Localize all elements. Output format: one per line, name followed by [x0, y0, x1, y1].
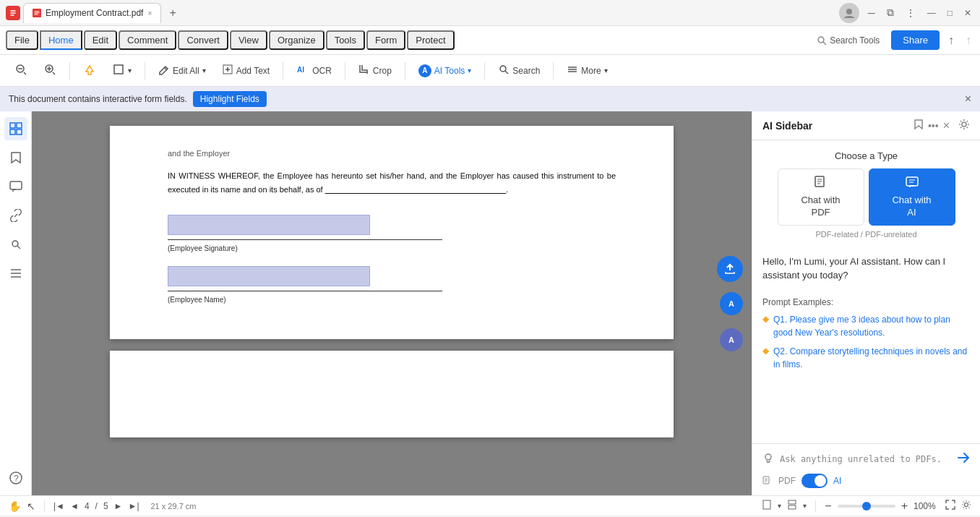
menu-form[interactable]: Form — [366, 30, 405, 50]
single-page-view-button[interactable] — [762, 500, 772, 512]
continuous-view-button[interactable] — [787, 500, 797, 512]
svg-rect-12 — [114, 65, 123, 74]
more-dropdown-icon: ▾ — [604, 67, 608, 74]
hand-tool-button[interactable]: ✋ — [9, 500, 21, 512]
fullscreen-button[interactable] — [945, 500, 955, 512]
window-minimize-button[interactable]: ─ — [865, 6, 878, 20]
menu-view[interactable]: View — [230, 30, 267, 50]
menu-comment[interactable]: Comment — [119, 30, 176, 50]
pdf-content: and the Employer IN WITNESS WHEREOF, the… — [168, 148, 616, 306]
next-page-button[interactable]: ► — [114, 501, 123, 511]
prev-page-button[interactable]: ◄ — [70, 501, 79, 511]
highlight-button[interactable] — [77, 59, 102, 82]
ai-toggle-switch[interactable] — [801, 474, 828, 488]
pdf-footer-label: PDF — [778, 476, 796, 486]
active-tab[interactable]: Employment Contract.pdf × — [23, 3, 161, 23]
sidebar-bookmark-button[interactable] — [4, 146, 27, 169]
menu-convert[interactable]: Convert — [178, 30, 228, 50]
menu-file[interactable]: File — [6, 30, 38, 50]
sidebar-link-button[interactable] — [4, 204, 27, 227]
tab-close-button[interactable]: × — [147, 9, 152, 17]
search-button[interactable]: Search — [492, 60, 546, 81]
sidebar-thumbnail-button[interactable] — [4, 117, 27, 140]
window-restore-button[interactable]: ⧉ — [884, 5, 897, 20]
menu-edit[interactable]: Edit — [84, 30, 117, 50]
ai-sidebar-more-button[interactable]: ••• — [928, 120, 939, 132]
ai-float-button[interactable]: A — [720, 292, 743, 315]
svg-point-28 — [12, 241, 18, 247]
menu-home[interactable]: Home — [40, 30, 82, 50]
svg-rect-24 — [17, 123, 22, 128]
sidebar-comment-button[interactable] — [4, 175, 27, 198]
nav-back-button[interactable]: ↑ — [945, 31, 957, 50]
settings-status-button[interactable] — [961, 500, 971, 512]
chrome-tab-bar: Employment Contract.pdf × + ─ ⧉ ⋮ — □ ✕ — [0, 0, 980, 26]
page-separator-label: / — [95, 501, 98, 511]
ai-tools-icon: A — [418, 64, 431, 77]
employee-signature-field: (Employee Signature) — [168, 215, 616, 255]
zoom-slider-thumb — [862, 502, 871, 510]
page-dimensions: 21 x 29.7 cm — [151, 502, 197, 510]
prompt-text-1[interactable]: Q1. Please give me 3 ideas about how to … — [773, 313, 970, 339]
menu-organize[interactable]: Organize — [269, 30, 324, 50]
chat-with-pdf-button[interactable]: Chat withPDF — [778, 168, 864, 226]
search-tools-button[interactable]: Search Tools — [811, 33, 885, 48]
svg-text:AI: AI — [297, 66, 304, 74]
ocr-button[interactable]: AI OCR — [291, 59, 338, 82]
svg-rect-49 — [763, 500, 770, 509]
window-maximize-os-button[interactable]: □ — [945, 7, 955, 20]
last-page-button[interactable]: ►| — [129, 501, 139, 511]
zoom-in-status-button[interactable]: + — [901, 500, 908, 513]
more-button[interactable]: More ▾ — [561, 60, 613, 81]
chat-with-ai-button[interactable]: Chat withAI — [869, 168, 955, 226]
ai-badge-button[interactable]: A — [720, 328, 743, 351]
nav-forward-button[interactable]: ↑ — [963, 31, 974, 50]
sidebar-help-button[interactable]: ? — [4, 466, 27, 490]
zoom-out-status-button[interactable]: − — [825, 500, 831, 513]
upload-fab[interactable] — [717, 256, 743, 282]
sidebar-layers-button[interactable] — [4, 262, 27, 285]
notification-text: This document contains interactive form … — [9, 94, 187, 104]
crop-button[interactable]: Crop — [353, 60, 397, 81]
highlight-fields-button[interactable]: Highlight Fields — [193, 91, 267, 107]
prompt-text-2[interactable]: Q2. Compare storytelling techniques in n… — [773, 345, 970, 371]
svg-text:?: ? — [14, 474, 19, 484]
window-more-button[interactable]: ⋮ — [903, 6, 919, 20]
menu-protect[interactable]: Protect — [407, 30, 454, 50]
zoom-in-button[interactable] — [38, 59, 62, 82]
ai-text-input[interactable]: Ask anything unrelated to PDFs. Press '#… — [780, 453, 951, 466]
sidebar-search-button[interactable] — [4, 233, 27, 256]
zoom-slider[interactable] — [838, 505, 895, 508]
notification-close-button[interactable]: × — [965, 93, 971, 106]
total-pages: 5 — [103, 501, 108, 511]
ai-type-subtitle: PDF-related / PDF-unrelated — [762, 230, 970, 239]
new-tab-button[interactable]: + — [164, 4, 181, 22]
prompt-example-2: ◆ Q2. Compare storytelling techniques in… — [762, 345, 970, 371]
toolbar-separator-4 — [345, 62, 345, 80]
employee-name-input[interactable] — [168, 266, 370, 286]
edit-all-button[interactable]: Edit All ▾ — [152, 60, 212, 81]
menu-tools[interactable]: Tools — [326, 30, 365, 50]
first-page-button[interactable]: |◄ — [53, 501, 64, 511]
window-close-os-button[interactable]: ✕ — [961, 7, 974, 20]
zoom-out-button[interactable] — [9, 59, 33, 82]
ai-sidebar-close-button[interactable]: × — [943, 119, 950, 132]
ai-sidebar-settings-button[interactable] — [958, 119, 970, 132]
window-minimize-os-button[interactable]: — — [924, 7, 939, 20]
view-mode-dropdown-button[interactable]: ▾ — [803, 502, 807, 510]
send-button[interactable] — [957, 451, 970, 468]
share-button[interactable]: Share — [891, 30, 940, 50]
left-sidebar: ? — [0, 111, 32, 495]
add-text-button[interactable]: Add Text — [216, 60, 275, 81]
svg-point-52 — [965, 503, 968, 507]
cursor-tool-button[interactable]: ↖ — [27, 500, 35, 512]
ai-sidebar-bookmark-button[interactable] — [914, 119, 924, 132]
user-avatar[interactable] — [839, 3, 859, 23]
view-dropdown-button[interactable]: ▾ — [778, 502, 781, 510]
employee-signature-input[interactable] — [168, 215, 370, 235]
menu-bar: File Home Edit Comment Convert View Orga… — [0, 26, 980, 55]
svg-line-29 — [17, 246, 20, 249]
ai-choose-type-label: Choose a Type — [762, 150, 970, 161]
select-tool-button[interactable]: ▾ — [106, 59, 137, 82]
ai-tools-button[interactable]: A AI Tools ▾ — [413, 61, 477, 81]
